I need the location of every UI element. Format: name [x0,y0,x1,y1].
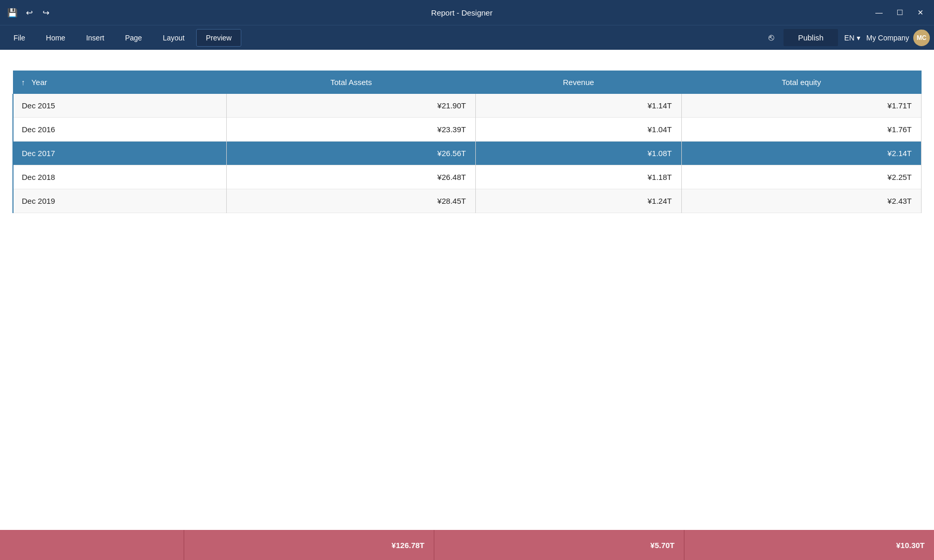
language-selector[interactable]: EN ▾ [844,34,860,42]
title-bar-controls: 💾 ↩ ↪ [6,6,52,19]
redo-icon[interactable]: ↪ [39,6,52,19]
footer-total-assets: ¥126.78T [184,530,434,560]
table-row[interactable]: Dec 2016¥23.39T¥1.04T¥1.76T [13,118,922,142]
footer-label [0,530,184,560]
cell-total-assets: ¥21.90T [227,94,475,118]
cell-total-assets: ¥26.56T [227,142,475,165]
cell-total-assets: ¥26.48T [227,165,475,189]
table-header-row: ↑ Year Total Assets Revenue Total equity [13,71,922,94]
table-body: Dec 2015¥21.90T¥1.14T¥1.71TDec 2016¥23.3… [13,94,922,213]
data-table: ↑ Year Total Assets Revenue Total equity… [12,71,922,213]
language-label: EN [844,34,854,42]
menu-right: ⎋ Publish EN ▾ My Company MC [765,29,930,46]
cell-revenue: ¥1.08T [475,142,681,165]
cell-total-equity: ¥2.25T [681,165,921,189]
title-bar: 💾 ↩ ↪ Report - Designer — ☐ ✕ [0,0,934,25]
user-info: My Company MC [867,30,930,46]
column-total-assets[interactable]: Total Assets [227,71,475,94]
footer-totals-bar: ¥126.78T ¥5.70T ¥10.30T [0,530,934,560]
cell-revenue: ¥1.04T [475,118,681,142]
menu-bar: File Home Insert Page Layout Preview ⎋ P… [0,25,934,50]
cell-total-equity: ¥2.14T [681,142,921,165]
save-icon[interactable]: 💾 [6,6,19,19]
window-controls: — ☐ ✕ [872,5,928,20]
table-header: ↑ Year Total Assets Revenue Total equity [13,71,922,94]
cell-revenue: ¥1.18T [475,165,681,189]
close-button[interactable]: ✕ [913,5,928,20]
table-row[interactable]: Dec 2015¥21.90T¥1.14T¥1.71T [13,94,922,118]
publish-button[interactable]: Publish [784,29,838,46]
cell-year: Dec 2015 [13,94,227,118]
sort-arrow-icon: ↑ [21,78,25,87]
undo-icon[interactable]: ↩ [23,6,35,19]
table-row[interactable]: Dec 2018¥26.48T¥1.18T¥2.25T [13,165,922,189]
menu-home[interactable]: Home [37,30,75,46]
cell-year: Dec 2019 [13,189,227,213]
column-year[interactable]: ↑ Year [13,71,227,94]
menu-page[interactable]: Page [116,30,152,46]
app-title: Report - Designer [52,8,872,17]
user-name: My Company [867,34,909,42]
share-icon[interactable]: ⎋ [765,29,777,46]
table-row[interactable]: Dec 2019¥28.45T¥1.24T¥2.43T [13,189,922,213]
menu-items: File Home Insert Page Layout Preview [4,29,765,47]
cell-total-equity: ¥1.71T [681,94,921,118]
cell-revenue: ¥1.24T [475,189,681,213]
menu-insert[interactable]: Insert [77,30,114,46]
cell-year: Dec 2016 [13,118,227,142]
cell-total-assets: ¥23.39T [227,118,475,142]
chevron-down-icon: ▾ [857,34,860,42]
user-avatar: MC [913,30,930,46]
footer-total-equity: ¥10.30T [684,530,934,560]
cell-total-equity: ¥1.76T [681,118,921,142]
footer-revenue: ¥5.70T [434,530,684,560]
column-revenue[interactable]: Revenue [475,71,681,94]
main-content: ↑ Year Total Assets Revenue Total equity… [0,50,934,560]
cell-revenue: ¥1.14T [475,94,681,118]
menu-file[interactable]: File [4,30,35,46]
column-total-equity[interactable]: Total equity [681,71,921,94]
menu-preview[interactable]: Preview [196,29,242,47]
cell-year: Dec 2018 [13,165,227,189]
cell-total-assets: ¥28.45T [227,189,475,213]
table-row[interactable]: Dec 2017¥26.56T¥1.08T¥2.14T [13,142,922,165]
menu-layout[interactable]: Layout [154,30,194,46]
cell-year: Dec 2017 [13,142,227,165]
maximize-button[interactable]: ☐ [892,5,907,20]
minimize-button[interactable]: — [872,5,886,20]
cell-total-equity: ¥2.43T [681,189,921,213]
